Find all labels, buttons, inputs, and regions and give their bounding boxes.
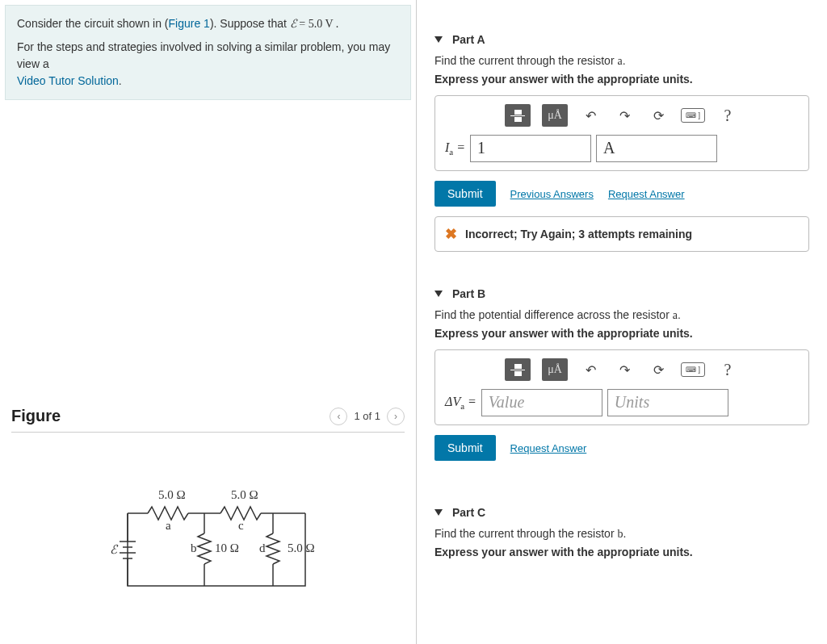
emf-value: = 5.0 V . — [296, 18, 339, 30]
undo-icon[interactable]: ↶ — [579, 359, 602, 380]
part-a-value-input[interactable]: 1 — [470, 135, 591, 162]
problem-text: Consider the circuit shown in ( — [17, 17, 169, 30]
keyboard-icon[interactable]: ⌨ ] — [681, 108, 705, 123]
circuit-svg: 5.0 Ω 5.0 Ω 10 Ω 5.0 Ω ℰ a b c d — [87, 465, 330, 610]
label-emf: ℰ — [110, 543, 119, 556]
problem-statement: Consider the circuit shown in (Figure 1)… — [5, 5, 411, 100]
part-b-unit-input[interactable]: Units — [607, 389, 728, 416]
part-b-prompt: Find the potential difference across the… — [434, 308, 809, 322]
left-pane: Consider the circuit shown in (Figure 1)… — [0, 0, 417, 644]
undo-icon[interactable]: ↶ — [579, 105, 602, 126]
figure-header: Figure ‹ 1 of 1 › — [0, 407, 416, 425]
pager-label: 1 of 1 — [354, 410, 380, 422]
redo-icon[interactable]: ↷ — [613, 105, 636, 126]
circuit-diagram: 5.0 Ω 5.0 Ω 10 Ω 5.0 Ω ℰ a b c d — [0, 465, 416, 610]
part-b-instruct: Express your answer with the appropriate… — [434, 327, 809, 340]
part-a-answer-box: μÅ ↶ ↷ ⟳ ⌨ ] ? Ia = 1 A — [434, 95, 809, 171]
redo-icon[interactable]: ↷ — [613, 359, 636, 380]
part-a-feedback: ✖ Incorrect; Try Again; 3 attempts remai… — [434, 216, 809, 252]
disclosure-icon[interactable] — [434, 291, 443, 297]
part-a-submit-button[interactable]: Submit — [434, 181, 496, 207]
help-icon[interactable]: ? — [716, 105, 739, 126]
label-rc: 5.0 Ω — [231, 488, 258, 501]
label-rb: 10 Ω — [215, 542, 239, 554]
answer-toolbar: μÅ ↶ ↷ ⟳ ⌨ ] ? — [445, 104, 799, 127]
reset-icon[interactable]: ⟳ — [647, 105, 670, 126]
part-a-inputs: Ia = 1 A — [445, 135, 799, 162]
incorrect-icon: ✖ — [445, 225, 457, 243]
problem-line-1: Consider the circuit shown in (Figure 1)… — [17, 15, 399, 32]
part-b: Part B Find the potential difference acr… — [417, 266, 827, 485]
reset-icon[interactable]: ⟳ — [647, 359, 670, 380]
fraction-icon[interactable] — [505, 104, 531, 127]
request-answer-link-b[interactable]: Request Answer — [510, 442, 587, 454]
label-node-d: d — [259, 542, 266, 554]
part-c-title: Part C — [452, 506, 485, 519]
label-rd: 5.0 Ω — [288, 542, 315, 554]
prev-figure-button[interactable]: ‹ — [330, 408, 347, 425]
part-a-prompt: Find the current through the resistor a. — [434, 54, 809, 68]
part-a-unit-input[interactable]: A — [596, 135, 717, 162]
units-button[interactable]: μÅ — [542, 358, 568, 381]
part-a-title: Part A — [452, 33, 485, 46]
part-b-answer-box: μÅ ↶ ↷ ⟳ ⌨ ] ? ΔVa = Value Units — [434, 349, 809, 425]
part-a: Part A Find the current through the resi… — [417, 12, 827, 266]
part-a-instruct: Express your answer with the appropriate… — [434, 73, 809, 86]
part-c: Part C Find the current through the resi… — [417, 485, 827, 583]
part-a-var-label: Ia = — [445, 140, 465, 157]
figure-title: Figure — [11, 407, 61, 425]
keyboard-icon[interactable]: ⌨ ] — [681, 362, 705, 377]
label-node-a: a — [166, 519, 171, 532]
fraction-icon[interactable] — [505, 358, 531, 381]
label-node-b: b — [191, 542, 197, 554]
steps-text: For the steps and strategies involved in… — [17, 40, 390, 70]
part-b-var-label: ΔVa = — [445, 395, 476, 411]
emf-symbol: ℰ — [290, 18, 296, 30]
request-answer-link[interactable]: Request Answer — [608, 188, 685, 200]
next-figure-button[interactable]: › — [387, 408, 405, 425]
part-b-title: Part B — [452, 287, 485, 300]
part-b-inputs: ΔVa = Value Units — [445, 389, 799, 416]
figure-pager: ‹ 1 of 1 › — [330, 408, 405, 425]
problem-text-2: ). Suppose that — [210, 17, 290, 30]
part-b-value-input[interactable]: Value — [481, 389, 602, 416]
part-c-instruct: Express your answer with the appropriate… — [434, 546, 809, 558]
video-tutor-link[interactable]: Video Tutor Solution — [17, 74, 119, 87]
part-b-actions: Submit Request Answer — [434, 435, 809, 461]
problem-line-2: For the steps and strategies involved in… — [17, 39, 399, 90]
part-c-prompt: Find the current through the resistor b. — [434, 527, 809, 541]
feedback-text: Incorrect; Try Again; 3 attempts remaini… — [465, 228, 692, 240]
label-node-c: c — [238, 519, 244, 532]
disclosure-icon[interactable] — [434, 36, 443, 43]
part-b-submit-button[interactable]: Submit — [434, 435, 496, 461]
part-a-actions: Submit Previous Answers Request Answer — [434, 181, 809, 207]
figure-link[interactable]: Figure 1 — [169, 17, 210, 30]
right-pane: Part A Find the current through the resi… — [417, 0, 827, 644]
figure-divider — [11, 432, 405, 433]
label-ra: 5.0 Ω — [158, 488, 186, 501]
previous-answers-link[interactable]: Previous Answers — [510, 188, 594, 200]
period: . — [119, 74, 122, 87]
disclosure-icon[interactable] — [434, 509, 443, 516]
answer-toolbar-b: μÅ ↶ ↷ ⟳ ⌨ ] ? — [445, 358, 799, 381]
help-icon[interactable]: ? — [716, 359, 739, 380]
units-button[interactable]: μÅ — [542, 104, 568, 127]
